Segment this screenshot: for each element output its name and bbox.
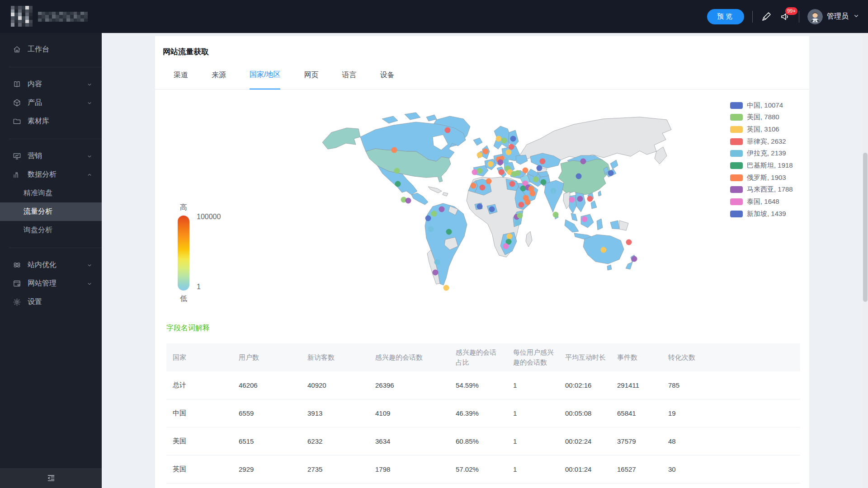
world-map-svg[interactable] <box>314 106 676 305</box>
book-icon <box>13 80 21 89</box>
map-point <box>540 159 546 164</box>
table-cell: 40920 <box>301 381 369 389</box>
sidebar-item-inquiry-analysis[interactable]: 询盘分析 <box>0 221 102 239</box>
table-cell: 6559 <box>232 409 301 417</box>
chart-icon <box>13 170 21 179</box>
sidebar-item-traffic-analysis[interactable]: 流量分析 <box>0 202 102 221</box>
table-cell: 54.59% <box>449 381 507 389</box>
map-point <box>530 191 536 197</box>
table-cell: 65841 <box>611 409 662 417</box>
map-point <box>626 239 632 245</box>
legend-item[interactable]: 中国, 10074 <box>730 102 793 109</box>
sidebar-item-precise-inquiry[interactable]: 精准询盘 <box>0 184 102 202</box>
table-header-cell: 国家 <box>166 349 232 366</box>
map-point <box>433 270 439 276</box>
map-point <box>506 150 512 155</box>
map-point <box>533 177 539 183</box>
table-cell: 37579 <box>611 437 662 445</box>
chevron-down-icon <box>86 281 93 287</box>
announcement-icon[interactable]: 99+ <box>780 11 791 22</box>
legend-swatch <box>730 114 743 121</box>
visualmap-high-label: 高 <box>178 203 189 212</box>
chevron-down-icon <box>853 12 860 21</box>
table-cell: 60.85% <box>449 437 507 445</box>
sidebar-item-product[interactable]: 产品 <box>0 94 102 112</box>
tab-bar: 渠道来源国家/地区网页语言设备 <box>155 61 809 89</box>
sidebar-item-workbench[interactable]: 工作台 <box>0 40 102 59</box>
table-cell: 46.39% <box>449 409 507 417</box>
table-cell: 美国 <box>166 437 232 446</box>
tab-country[interactable]: 国家/地区 <box>250 61 280 89</box>
sidebar-item-analytics[interactable]: 数据分析 <box>0 165 102 184</box>
page-scrollbar-track[interactable] <box>863 33 868 488</box>
table-cell: 2735 <box>301 465 369 473</box>
map-point <box>499 169 505 175</box>
sidebar-item-marketing[interactable]: 营销 <box>0 147 102 165</box>
tab-language[interactable]: 语言 <box>342 61 356 89</box>
map-point <box>537 165 542 171</box>
top-header: 预览 99+ 管理员 <box>0 0 868 33</box>
legend-item[interactable]: 美国, 7880 <box>730 114 793 121</box>
map-point <box>406 198 411 204</box>
legend-item[interactable]: 菲律宾, 2632 <box>730 138 793 145</box>
map-point <box>443 285 449 291</box>
table-cell: 26396 <box>369 381 449 389</box>
map-point <box>395 181 401 187</box>
legend-item[interactable]: 伊拉克, 2139 <box>730 150 793 157</box>
map-point <box>510 136 516 142</box>
map-point <box>503 159 509 164</box>
sidebar-item-site-management[interactable]: 网站管理 <box>0 274 102 293</box>
page-scrollbar-thumb[interactable] <box>863 153 868 302</box>
legend-label: 美国, 7880 <box>747 113 779 122</box>
sidebar-item-site-optimization[interactable]: 站内优化 <box>0 256 102 274</box>
avatar <box>807 9 823 24</box>
legend-item[interactable]: 马来西亚, 1788 <box>730 186 793 193</box>
tab-device[interactable]: 设备 <box>380 61 394 89</box>
legend-label: 伊拉克, 2139 <box>747 149 786 158</box>
legend-item[interactable]: 俄罗斯, 1903 <box>730 174 793 181</box>
map-point <box>434 259 440 265</box>
tab-channel[interactable]: 渠道 <box>174 61 188 89</box>
map-point <box>509 144 514 150</box>
map-point <box>446 229 452 235</box>
sidebar-collapse-button[interactable] <box>0 468 102 488</box>
chevron-down-icon <box>86 262 93 268</box>
sidebar-divider <box>0 239 102 256</box>
map-point <box>608 170 614 176</box>
map-point <box>541 179 547 185</box>
legend-item[interactable]: 英国, 3106 <box>730 126 793 133</box>
map-point <box>523 195 529 201</box>
map-point <box>520 186 526 192</box>
tab-source[interactable]: 来源 <box>212 61 226 89</box>
map-point <box>445 127 451 133</box>
map-point <box>551 188 557 194</box>
table-cell: 英国 <box>166 465 232 474</box>
legend-swatch <box>730 150 743 157</box>
table-cell: 48 <box>662 437 800 445</box>
pen-icon[interactable] <box>761 11 772 22</box>
preview-button[interactable]: 预览 <box>707 9 744 24</box>
legend-item[interactable]: 新加坡, 1439 <box>730 210 793 217</box>
visualmap-max-value: 100000 <box>197 213 221 221</box>
field-explanation-link[interactable]: 字段名词解释 <box>166 324 210 333</box>
chevron-down-icon <box>86 81 93 88</box>
sidebar-item-assets[interactable]: 素材库 <box>0 112 102 131</box>
home-icon <box>13 45 21 54</box>
sidebar-item-content[interactable]: 内容 <box>0 75 102 94</box>
sidebar-item-settings[interactable]: 设置 <box>0 293 102 311</box>
app-logo[interactable] <box>11 6 33 27</box>
gear-icon <box>13 298 21 306</box>
visualmap-gradient-bar[interactable] <box>178 216 189 291</box>
legend-label: 马来西亚, 1788 <box>747 185 793 194</box>
legend-item[interactable]: 泰国, 1648 <box>730 198 793 206</box>
table-header-cell: 新访客数 <box>301 349 369 366</box>
map-point <box>503 244 509 249</box>
legend-item[interactable]: 巴基斯坦, 1918 <box>730 162 793 169</box>
tab-webpage[interactable]: 网页 <box>304 61 318 89</box>
map-point <box>480 185 486 191</box>
table-cell: 6232 <box>301 437 369 445</box>
monitor-icon <box>13 152 21 160</box>
legend-label: 泰国, 1648 <box>747 197 779 206</box>
user-menu[interactable]: 管理员 <box>807 9 860 24</box>
map-point <box>471 183 476 189</box>
